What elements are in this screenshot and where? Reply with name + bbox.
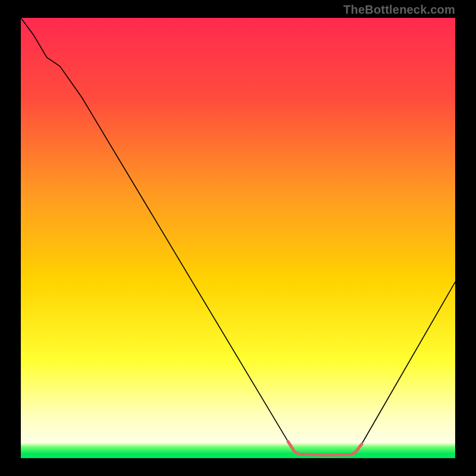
- chart-frame: TheBottleneck.com: [0, 0, 476, 476]
- watermark-text: TheBottleneck.com: [343, 3, 455, 17]
- gradient-background: [21, 18, 455, 458]
- bottleneck-chart: [21, 18, 455, 458]
- plot-area: [21, 18, 455, 458]
